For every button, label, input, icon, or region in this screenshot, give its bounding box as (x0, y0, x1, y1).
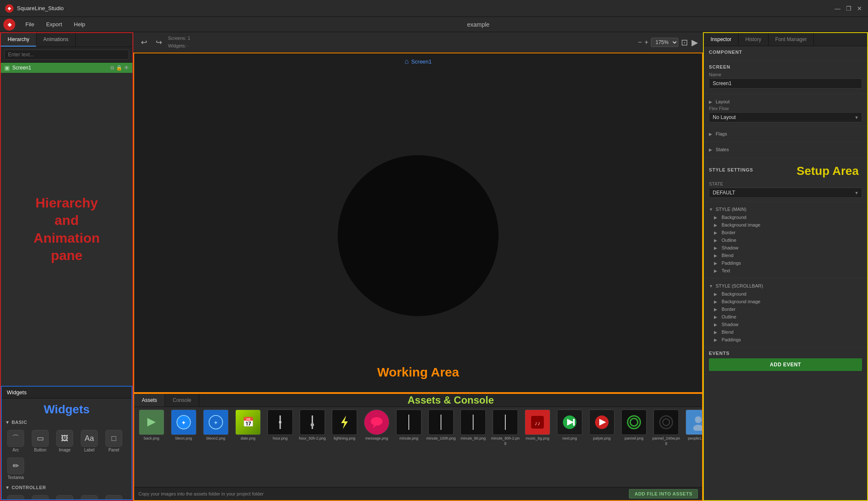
hierarchy-copy-btn[interactable]: ⧉ (110, 65, 114, 71)
asset-bleon2[interactable]: ✦ bleon2.png (201, 410, 231, 484)
asset-minute100-thumb (428, 410, 454, 435)
sb-shadow-arrow: ▶ (714, 322, 719, 327)
svg-marker-9 (341, 415, 348, 429)
tab-console[interactable]: Console (165, 394, 199, 407)
maximize-button[interactable]: ❐ (845, 5, 852, 12)
section-component: COMPONENT (704, 46, 867, 61)
widget-textarea[interactable]: ✏ Textarea (4, 456, 27, 482)
asset-hour50[interactable]: hour_50h-2.png (298, 410, 327, 484)
tab-font-manager[interactable]: Font Manager (769, 33, 814, 46)
tab-hierarchy[interactable]: Hierarchy (1, 33, 36, 47)
hierarchy-hide-btn[interactable]: 👁 (124, 65, 129, 71)
widget-calendar[interactable]: 📅 Calendar (4, 493, 27, 499)
zoom-out-button[interactable]: − (638, 39, 642, 46)
flags-header[interactable]: ▶ Flags (709, 130, 862, 138)
style-paddings[interactable]: ▶ Paddings (709, 259, 862, 267)
hierarchy-item-screen1[interactable]: ▣ Screen1 ⧉ 🔒 👁 (1, 63, 132, 73)
menu-export[interactable]: Export (41, 19, 67, 29)
widget-panel[interactable]: □ Panel (102, 428, 125, 454)
widget-dropdown[interactable]: ▾ Dropdown (78, 493, 101, 499)
style-shadow[interactable]: ▶ Shadow (709, 244, 862, 252)
screen-section-title: SCREEN (709, 64, 862, 69)
redo-button[interactable]: ↪ (153, 36, 165, 49)
asset-palyer-label: palyer.png (593, 436, 611, 441)
widget-checkbox[interactable]: ☑ Checkbox (29, 493, 52, 499)
scrollbar-background-image[interactable]: ▶ Background image (709, 298, 862, 305)
style-border[interactable]: ▶ Border (709, 229, 862, 236)
scrollbar-blend[interactable]: ▶ Blend (709, 328, 862, 336)
asset-minute80h2[interactable]: minute_80h-2.png (490, 410, 520, 484)
state-label: STATE (709, 181, 862, 186)
asset-minute80[interactable]: minute_80.png (458, 410, 488, 484)
screen-name-input[interactable] (709, 78, 862, 89)
widget-imgbutton[interactable]: 🖼 Imgbutton (102, 493, 125, 499)
svg-marker-0 (147, 418, 156, 426)
states-header[interactable]: ▶ States (709, 145, 862, 154)
widget-arc[interactable]: ⌒ Arc (4, 428, 27, 454)
widget-button[interactable]: ▭ Button (29, 428, 52, 454)
menu-file[interactable]: File (20, 19, 39, 29)
asset-bleon[interactable]: ✦ bleon.png (169, 410, 198, 484)
tab-assets[interactable]: Assets (134, 394, 165, 407)
play-button[interactable]: ▶ (692, 37, 698, 47)
widget-colorwheel[interactable]: 🎨 Colorwheel (53, 493, 76, 499)
scrollbar-background[interactable]: ▶ Background (709, 290, 862, 298)
asset-pannel240[interactable]: pannel_240w.png (651, 410, 681, 484)
asset-minute100[interactable]: minute_100h.png (426, 410, 456, 484)
left-panel: Hierarchy Animations ▣ Screen1 ⧉ 🔒 👁 Hie… (0, 32, 133, 501)
style-background-image[interactable]: ▶ Background image (709, 221, 862, 229)
shadow-label: Shadow (722, 245, 738, 250)
sb-bgimg-arrow: ▶ (714, 299, 719, 304)
minimize-button[interactable]: — (834, 5, 841, 12)
style-scrollbar-expand-arrow: ▼ (709, 284, 714, 288)
widget-label[interactable]: Aa Label (78, 428, 101, 454)
tab-history[interactable]: History (738, 33, 768, 46)
add-event-button[interactable]: ADD EVENT (709, 358, 862, 371)
style-text[interactable]: ▶ Text (709, 267, 862, 274)
scrollbar-border[interactable]: ▶ Border (709, 305, 862, 313)
close-button[interactable]: ✕ (856, 5, 863, 12)
menu-help[interactable]: Help (69, 19, 91, 29)
style-background[interactable]: ▶ Background (709, 213, 862, 221)
asset-next[interactable]: next.png (555, 410, 584, 484)
scrollbar-outline[interactable]: ▶ Outline (709, 313, 862, 321)
style-blend[interactable]: ▶ Blend (709, 252, 862, 259)
style-scrollbar-header[interactable]: ▼ STYLE (SCROLLBAR) (709, 282, 862, 290)
zoom-select[interactable]: 175% 100% 150% 200% (651, 38, 678, 47)
sb-outline-label: Outline (722, 314, 736, 319)
hierarchy-lock-btn[interactable]: 🔒 (116, 65, 122, 71)
asset-back[interactable]: back.png (137, 410, 166, 484)
svg-point-24 (630, 418, 638, 426)
asset-date[interactable]: 📅 date.png (233, 410, 263, 484)
sb-outline-arrow: ▶ (714, 315, 719, 319)
asset-lightning[interactable]: lightning.png (330, 410, 359, 484)
working-area[interactable]: ⌂ Screen1 Working Area (133, 53, 703, 393)
asset-minute[interactable]: minute.png (394, 410, 424, 484)
screenshot-button[interactable]: ⊡ (681, 37, 688, 47)
style-main-header[interactable]: ▼ STYLE (MAIN) (709, 205, 862, 213)
asset-hour[interactable]: hour.png (265, 410, 295, 484)
assets-header: Assets Console Assets & Console (134, 394, 702, 407)
widgets-tab-label[interactable]: Widgets (7, 389, 27, 396)
widget-image[interactable]: 🖼 Image (53, 428, 76, 454)
asset-pannel[interactable]: pannel.png (619, 410, 649, 484)
asset-message-thumb (364, 410, 389, 435)
asset-people1[interactable]: people1.png (683, 410, 702, 484)
flex-flow-select[interactable]: No Layout Row Column (709, 112, 862, 122)
asset-message[interactable]: message.png (362, 410, 391, 484)
asset-hour-thumb (267, 410, 293, 435)
zoom-in-button[interactable]: + (645, 39, 648, 46)
add-file-button[interactable]: ADD FILE INTO ASSETS (629, 489, 698, 498)
undo-button[interactable]: ↩ (138, 36, 150, 49)
asset-musicbg[interactable]: ♪♪ music_bg.png (523, 410, 552, 484)
hierarchy-search-input[interactable] (4, 50, 129, 60)
tab-inspector[interactable]: Inspector (704, 33, 738, 46)
layout-header[interactable]: ▶ Layout (709, 97, 862, 106)
state-select[interactable]: DEFAULT FOCUSED PRESSED DISABLED CHECKED (709, 188, 862, 198)
scrollbar-shadow[interactable]: ▶ Shadow (709, 321, 862, 328)
scrollbar-paddings[interactable]: ▶ Paddings (709, 336, 862, 343)
asset-palyer[interactable]: palyer.png (587, 410, 617, 484)
widget-group-basic-header: ▼ BASIC (4, 418, 129, 426)
tab-animations[interactable]: Animations (36, 33, 75, 47)
style-outline[interactable]: ▶ Outline (709, 236, 862, 244)
